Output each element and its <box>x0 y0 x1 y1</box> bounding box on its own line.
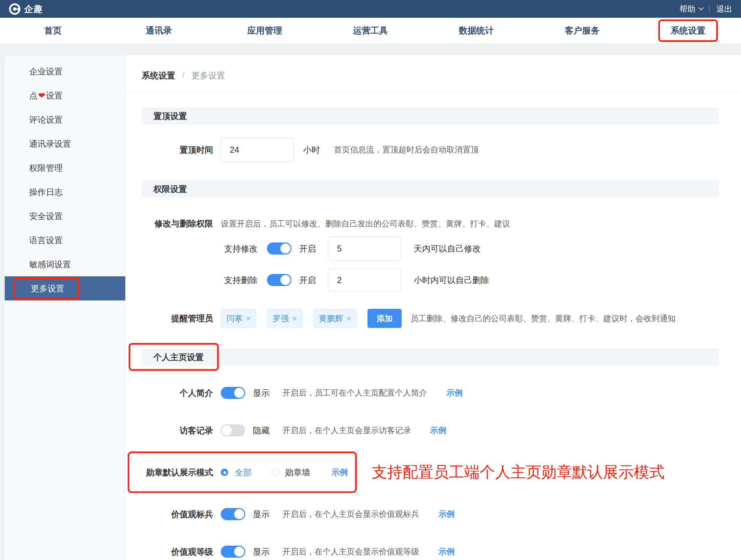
toggle-knob <box>234 509 244 519</box>
support-modify-toggle[interactable] <box>267 242 291 255</box>
example-link[interactable]: 示例 <box>439 546 455 557</box>
tab-operation-tools[interactable]: 运营工具 <box>318 25 423 37</box>
heart-icon: ❤ <box>38 91 45 100</box>
brand-name: 企趣 <box>24 3 43 15</box>
app-window: 企趣 帮助 退出 首页 通讯录 应用管理 运营工具 数据统计 客户服务 系统设置 <box>0 0 741 560</box>
add-admin-button[interactable]: 添加 <box>367 309 402 328</box>
tab-system-settings[interactable]: 系统设置 <box>635 25 741 37</box>
tab-data-statistics[interactable]: 数据统计 <box>423 25 529 37</box>
toggle-state-label: 显示 <box>253 388 270 399</box>
toggle-state-label: 显示 <box>253 509 270 520</box>
example-link[interactable]: 示例 <box>447 388 463 398</box>
pin-time-input[interactable] <box>221 138 294 162</box>
profile-intro-label: 个人简介 <box>126 388 213 399</box>
breadcrumb-current: 更多设置 <box>192 71 225 80</box>
sidebar-item-language-settings[interactable]: 语言设置 <box>5 228 125 252</box>
values-model-label: 价值观标兵 <box>126 509 213 520</box>
values-model-toggle[interactable] <box>221 508 245 520</box>
delete-hours-input[interactable] <box>328 268 401 292</box>
tab-label: 首页 <box>44 25 62 36</box>
visitor-record-row: 访客记录 隐藏 开启后，在个人主页会显示访客记录 示例 <box>126 424 741 436</box>
tab-label: 应用管理 <box>247 25 282 36</box>
support-delete-row: 支持删除 开启 小时内可以自己删除 <box>126 268 741 292</box>
tab-customer-service[interactable]: 客户服务 <box>529 25 635 37</box>
tab-app-management[interactable]: 应用管理 <box>212 25 318 37</box>
app-logo: 企趣 <box>9 3 43 15</box>
example-link[interactable]: 示例 <box>430 425 446 436</box>
notify-admin-label: 提醒管理员 <box>126 313 213 324</box>
support-modify-row: 支持修改 开启 天内可以自己修改 <box>126 236 741 261</box>
toggle-knob <box>222 425 232 435</box>
modify-delete-permission-row: 修改与删除权限 设置开启后，员工可以修改、删除自己发出的公司表彰、赞赏、黄牌、打… <box>126 218 741 229</box>
toggle-state-label: 显示 <box>253 546 270 557</box>
sidebar-item-contacts-settings[interactable]: 通讯录设置 <box>5 132 125 156</box>
profile-intro-row: 个人简介 显示 开启后，员工可在个人主页配置个人简介 示例 <box>126 387 741 399</box>
unit-label: 小时内可以自己删除 <box>414 275 489 286</box>
red-annotation-box-system-settings: 系统设置 <box>658 19 718 42</box>
radio-all[interactable] <box>221 469 228 476</box>
support-modify-label: 支持修改 <box>126 243 258 254</box>
row-description: 设置开启后，员工可以修改、删除自己发出的公司表彰、赞赏、黄牌、打卡、建议 <box>221 218 510 229</box>
sidebar-item-sensitive-words[interactable]: 敏感词设置 <box>5 252 125 276</box>
support-delete-toggle[interactable] <box>267 274 291 286</box>
row-description: 开启后，在个人主页会显示访客记录 <box>282 425 411 436</box>
red-annotation-box-more-settings: 更多设置 <box>14 277 79 300</box>
breadcrumb-parent[interactable]: 系统设置 <box>142 71 175 80</box>
logout-button[interactable]: 退出 <box>716 4 732 14</box>
sidebar-item-like-settings[interactable]: 点 ❤ 设置 <box>5 83 125 108</box>
sidebar-item-permission-management[interactable]: 权限管理 <box>5 156 125 180</box>
settings-sidebar: 企业设置 点 ❤ 设置 评论设置 通讯录设置 权限管理 操作日志 安全设置 语言… <box>5 55 126 560</box>
sidebar-item-operation-log[interactable]: 操作日志 <box>5 180 125 204</box>
admin-tag: 闫寒 × <box>221 309 256 328</box>
visitor-record-toggle[interactable] <box>221 424 245 436</box>
tab-contacts[interactable]: 通讯录 <box>106 25 212 37</box>
section-title: 个人主页设置 <box>153 352 204 362</box>
qiqu-logo-icon <box>9 3 21 15</box>
values-level-toggle[interactable] <box>221 546 245 558</box>
toggle-state-label: 开启 <box>299 243 316 254</box>
tab-label: 运营工具 <box>353 25 388 36</box>
sidebar-item-label: 语言设置 <box>29 235 63 246</box>
toggle-state-label: 隐藏 <box>253 425 270 436</box>
admin-tag-name: 闫寒 <box>226 313 243 324</box>
breadcrumb: 系统设置 / 更多设置 <box>126 55 741 91</box>
tab-label: 系统设置 <box>671 25 705 36</box>
section-pin-settings: 置顶设置 <box>142 108 719 124</box>
visitor-record-label: 访客记录 <box>126 425 213 436</box>
radio-medal-wall-label[interactable]: 勋章墙 <box>285 467 310 478</box>
pin-time-label: 置顶时间 <box>126 144 213 155</box>
values-level-label: 价值观等级 <box>126 546 213 557</box>
radio-all-label[interactable]: 全部 <box>235 467 252 478</box>
tab-home[interactable]: 首页 <box>0 25 106 37</box>
notify-admin-row: 提醒管理员 闫寒 × 罗强 × 黄鹏辉 × 添加 员工删除、修改自己的公司表彰、… <box>126 309 741 328</box>
section-title: 置顶设置 <box>153 111 187 121</box>
example-link[interactable]: 示例 <box>439 509 455 519</box>
sidebar-item-comment-settings[interactable]: 评论设置 <box>5 108 125 132</box>
toggle-knob <box>280 243 290 254</box>
top-bar: 企趣 帮助 退出 <box>0 0 741 18</box>
sidebar-item-label: 评论设置 <box>29 114 63 125</box>
close-icon[interactable]: × <box>246 314 251 323</box>
profile-intro-toggle[interactable] <box>221 387 245 399</box>
sidebar-item-label: 权限管理 <box>29 162 63 173</box>
sidebar-item-label: 操作日志 <box>29 187 63 198</box>
sidebar-item-security-settings[interactable]: 安全设置 <box>5 204 125 228</box>
help-menu[interactable]: 帮助 <box>679 4 702 14</box>
medal-display-mode-label: 勋章默认展示模式 <box>126 467 213 478</box>
modify-delete-label: 修改与删除权限 <box>126 218 213 229</box>
close-icon[interactable]: × <box>292 314 297 323</box>
close-icon[interactable]: × <box>346 314 351 323</box>
sidebar-item-label: 敏感词设置 <box>29 259 71 270</box>
sidebar-item-label: 点 <box>29 90 38 101</box>
pin-time-row: 置顶时间 小时 首页信息流，置顶超时后会自动取消置顶 <box>126 138 741 162</box>
section-homepage-settings: 个人主页设置 <box>142 349 719 365</box>
sidebar-item-enterprise-settings[interactable]: 企业设置 <box>5 59 125 83</box>
sidebar-item-more-settings[interactable]: 更多设置 <box>5 276 125 300</box>
values-level-row: 价值观等级 显示 开启后，在个人主页会显示价值观等级 示例 <box>126 546 741 558</box>
sidebar-item-label: 安全设置 <box>29 211 63 222</box>
radio-medal-wall[interactable] <box>272 469 279 476</box>
unit-label: 小时 <box>303 144 320 155</box>
row-description: 开启后，在个人主页会显示价值观标兵 <box>282 509 419 519</box>
example-link[interactable]: 示例 <box>332 467 348 478</box>
modify-days-input[interactable] <box>328 236 401 261</box>
